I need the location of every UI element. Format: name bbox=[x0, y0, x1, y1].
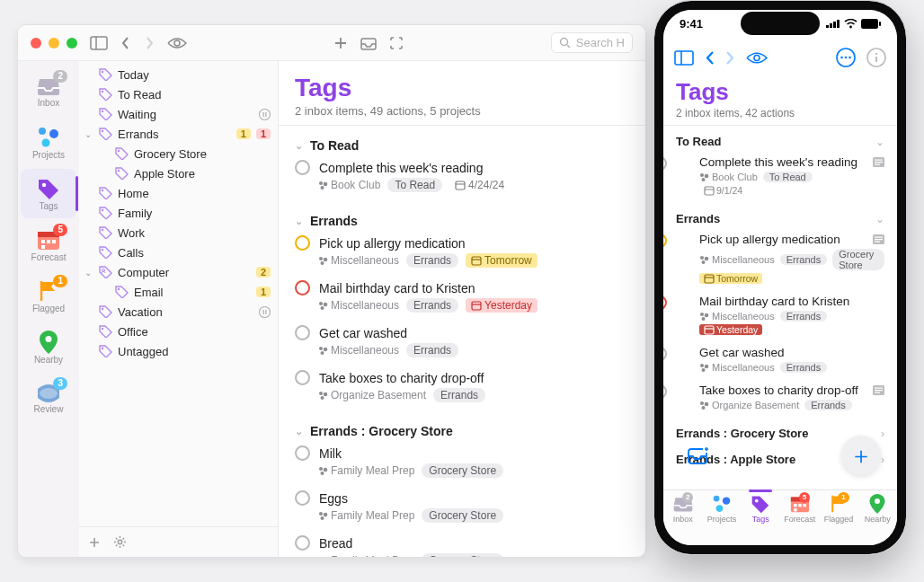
rail-projects[interactable]: Projects bbox=[21, 118, 76, 167]
project-ref[interactable]: Organize Basement bbox=[318, 389, 426, 401]
status-circle[interactable] bbox=[663, 156, 667, 171]
ios-section-header[interactable]: Errands⌄ bbox=[663, 203, 897, 229]
tree-item[interactable]: Family bbox=[79, 203, 278, 223]
focus-icon[interactable] bbox=[389, 36, 404, 50]
project-ref[interactable]: Miscellaneous bbox=[699, 311, 775, 322]
info-icon[interactable] bbox=[866, 48, 886, 67]
minimize-icon[interactable] bbox=[49, 38, 59, 48]
tag-pill[interactable]: To Read bbox=[387, 178, 442, 192]
tree-item[interactable]: ⌄Computer2 bbox=[79, 262, 278, 282]
add-tag-icon[interactable] bbox=[88, 536, 101, 549]
status-circle[interactable] bbox=[295, 445, 310, 461]
status-circle[interactable] bbox=[295, 280, 310, 295]
status-circle[interactable] bbox=[295, 490, 310, 506]
task-row[interactable]: Mail birthday card to KristenMiscellaneo… bbox=[663, 291, 897, 342]
status-circle[interactable] bbox=[295, 235, 310, 251]
project-ref[interactable]: Miscellaneous bbox=[318, 254, 399, 267]
tree-item[interactable]: Apple Store bbox=[79, 163, 278, 183]
project-ref[interactable]: Miscellaneous bbox=[318, 344, 399, 357]
close-icon[interactable] bbox=[31, 38, 41, 48]
quick-entry-icon[interactable] bbox=[680, 436, 719, 475]
tag-pill[interactable]: Errands bbox=[780, 311, 828, 322]
tag-pill[interactable]: Grocery Store bbox=[422, 508, 503, 523]
task-row[interactable]: BreadFamily Meal PrepGrocery Store bbox=[279, 532, 645, 557]
sidebar-toggle-icon[interactable] bbox=[90, 36, 108, 50]
task-row[interactable]: Pick up allergy medicationMiscellaneousE… bbox=[663, 229, 897, 291]
tree-item[interactable]: To Read bbox=[79, 84, 278, 104]
tree-item[interactable]: Untagged bbox=[79, 341, 278, 361]
add-icon[interactable] bbox=[333, 36, 348, 50]
status-circle[interactable] bbox=[295, 160, 310, 175]
tag-pill[interactable]: Errands bbox=[433, 388, 485, 402]
rail-forecast[interactable]: Forecast5 bbox=[21, 220, 76, 269]
tag-pill[interactable]: Errands bbox=[406, 298, 458, 313]
status-circle[interactable] bbox=[295, 370, 310, 385]
tree-item[interactable]: Email1 bbox=[79, 282, 278, 302]
tag-pill[interactable]: Errands bbox=[406, 343, 458, 357]
task-row[interactable]: Mail birthday card to KristenMiscellaneo… bbox=[279, 277, 645, 322]
tab-tags[interactable]: Tags bbox=[742, 494, 780, 524]
group-header[interactable]: ⌄Errands bbox=[279, 201, 645, 232]
tag-pill[interactable]: Errands bbox=[780, 362, 828, 373]
eye-icon[interactable] bbox=[167, 37, 187, 49]
rail-nearby[interactable]: Nearby bbox=[21, 322, 76, 372]
gear-icon[interactable] bbox=[113, 535, 127, 549]
ios-section-header[interactable]: To Read⌄ bbox=[663, 126, 897, 152]
status-circle[interactable] bbox=[663, 234, 667, 248]
group-header[interactable]: ⌄To Read bbox=[279, 126, 645, 156]
status-circle[interactable] bbox=[295, 325, 310, 340]
task-row[interactable]: MilkFamily Meal PrepGrocery Store bbox=[279, 442, 645, 487]
status-circle[interactable] bbox=[295, 535, 310, 551]
tab-nearby[interactable]: Nearby bbox=[858, 494, 897, 524]
project-ref[interactable]: Family Meal Prep bbox=[318, 464, 414, 477]
chevron-icon[interactable]: ⌄ bbox=[83, 268, 93, 278]
tag-pill[interactable]: To Read bbox=[763, 172, 813, 182]
nav-back-icon[interactable] bbox=[120, 36, 131, 50]
project-ref[interactable]: Miscellaneous bbox=[318, 299, 399, 312]
task-row[interactable]: EggsFamily Meal PrepGrocery Store bbox=[279, 487, 645, 532]
project-ref[interactable]: Book Club bbox=[318, 179, 380, 191]
zoom-icon[interactable] bbox=[67, 38, 77, 48]
tree-item[interactable]: ⌄Errands11 bbox=[79, 124, 278, 144]
rail-review[interactable]: Review3 bbox=[21, 374, 76, 423]
tree-item[interactable]: Grocery Store bbox=[79, 144, 278, 163]
project-ref[interactable]: Miscellaneous bbox=[699, 362, 775, 373]
rail-tags[interactable]: Tags bbox=[21, 169, 76, 218]
status-circle[interactable] bbox=[663, 347, 667, 361]
tree-item[interactable]: Home bbox=[79, 183, 278, 203]
project-ref[interactable]: Family Meal Prep bbox=[318, 509, 414, 522]
rail-inbox[interactable]: Inbox2 bbox=[21, 66, 76, 116]
tree-item[interactable]: Today bbox=[79, 65, 278, 84]
task-row[interactable]: Complete this week's readingBook ClubTo … bbox=[279, 156, 645, 201]
search-input[interactable]: Search H bbox=[551, 32, 633, 53]
tag-pill[interactable]: Errands bbox=[804, 400, 852, 410]
task-row[interactable]: Get car washedMiscellaneousErrands bbox=[279, 322, 645, 366]
more-icon[interactable] bbox=[836, 48, 856, 67]
add-button[interactable]: ＋ bbox=[841, 436, 881, 475]
tab-flagged[interactable]: Flagged1 bbox=[819, 494, 857, 524]
tree-item[interactable]: Waiting bbox=[79, 104, 278, 124]
task-row[interactable]: Take boxes to charity drop-offOrganize B… bbox=[663, 380, 897, 418]
sidebar-toggle-icon[interactable] bbox=[674, 50, 694, 66]
nav-back-icon[interactable] bbox=[705, 50, 715, 66]
task-row[interactable]: Take boxes to charity drop-offOrganize B… bbox=[279, 366, 645, 411]
tag-pill[interactable]: Errands bbox=[780, 254, 828, 265]
tab-forecast[interactable]: Forecast5 bbox=[780, 494, 819, 524]
tree-item[interactable]: Vacation bbox=[79, 302, 278, 322]
group-header[interactable]: ⌄Errands : Grocery Store bbox=[279, 411, 645, 442]
tab-projects[interactable]: Projects bbox=[702, 494, 741, 524]
tag-pill[interactable]: Grocery Store bbox=[422, 553, 503, 557]
status-circle[interactable] bbox=[663, 384, 667, 399]
tab-inbox[interactable]: Inbox2 bbox=[663, 494, 702, 524]
project-ref[interactable]: Organize Basement bbox=[699, 400, 799, 410]
status-circle[interactable] bbox=[663, 295, 667, 310]
tag-pill[interactable]: Errands bbox=[406, 253, 458, 268]
inbox-add-icon[interactable] bbox=[360, 36, 377, 50]
eye-icon[interactable] bbox=[746, 51, 768, 65]
task-row[interactable]: Pick up allergy medicationMiscellaneousE… bbox=[279, 232, 645, 277]
home-indicator[interactable] bbox=[732, 545, 829, 549]
tree-item[interactable]: Work bbox=[79, 223, 278, 242]
chevron-icon[interactable]: ⌄ bbox=[83, 129, 93, 139]
tree-item[interactable]: Office bbox=[79, 322, 278, 341]
tag-pill[interactable]: Grocery Store bbox=[832, 249, 884, 270]
